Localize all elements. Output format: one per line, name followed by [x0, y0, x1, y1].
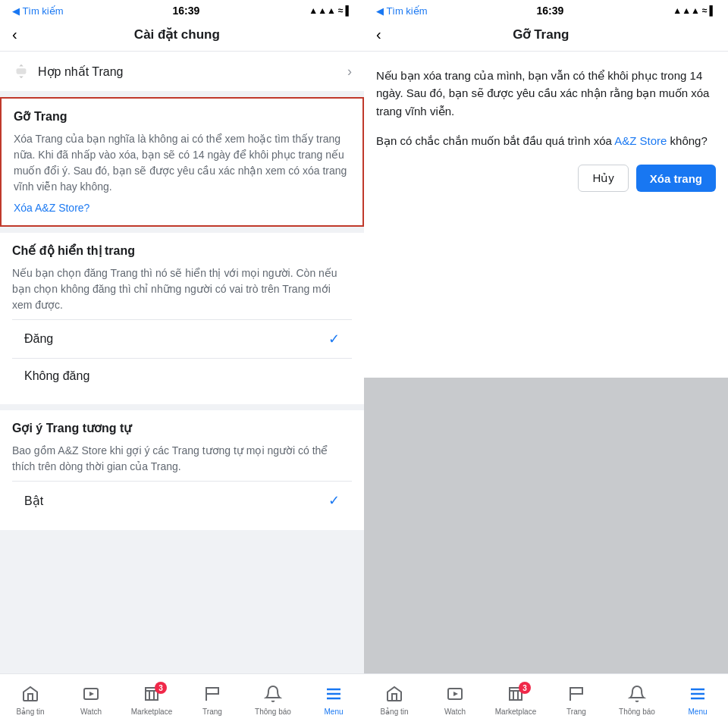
- nav-bar-left: ‹ Cài đặt chung: [0, 20, 364, 52]
- dialog-text2-suffix: không?: [667, 134, 707, 147]
- tab-thong-bao-label-left: Thông báo: [255, 708, 291, 716]
- tab-menu-right[interactable]: Menu: [667, 685, 728, 716]
- tab-bang-tin-label-left: Bảng tin: [16, 708, 44, 716]
- tab-watch-label-left: Watch: [80, 708, 102, 716]
- gray-placeholder: [364, 378, 728, 673]
- cancel-button[interactable]: Hủy: [578, 165, 628, 192]
- option-dang-label: Đăng: [24, 332, 53, 346]
- dialog-text2: Bạn có chắc chắn muốn bắt đầu quá trình …: [376, 132, 716, 149]
- checkmark-icon: ✓: [328, 331, 340, 347]
- tab-trang-label-left: Trang: [202, 708, 222, 716]
- display-mode-description: Nếu bạn chọn đăng Trang thì nó sẽ hiển t…: [12, 265, 352, 313]
- suggest-description: Bao gồm A&Z Store khi gợi ý các Trang tư…: [12, 443, 352, 475]
- tab-marketplace-label-left: Marketplace: [131, 708, 172, 716]
- menu-icon-left: [325, 685, 343, 706]
- bell-icon-left: [264, 685, 282, 706]
- status-back-left[interactable]: ◀ Tìm kiếm: [12, 5, 64, 17]
- dialog-text2-link[interactable]: A&Z Store: [614, 134, 667, 147]
- tab-watch-left[interactable]: Watch: [61, 685, 121, 716]
- tab-thong-bao-right[interactable]: Thông báo: [607, 685, 667, 716]
- suggest-section: Gợi ý Trang tương tự Bao gồm A&Z Store k…: [0, 410, 364, 530]
- back-button-right[interactable]: ‹: [376, 26, 381, 43]
- go-trang-link[interactable]: Xóa A&Z Store?: [14, 202, 89, 214]
- page-title-right: Gỡ Trang: [388, 27, 695, 42]
- left-screen: ◀ Tìm kiếm 16:39 ▲▲▲ ≈ ▌ ‹ Cài đặt chung: [0, 0, 364, 728]
- tab-trang-label-right: Trang: [566, 708, 586, 716]
- merge-icon: [12, 62, 30, 80]
- tab-menu-left[interactable]: Menu: [303, 685, 364, 716]
- suggest-title: Gợi ý Trang tương tự: [12, 421, 352, 435]
- svg-marker-8: [453, 692, 458, 696]
- tab-marketplace-right[interactable]: 3 Marketplace: [485, 685, 546, 716]
- option-bat-label: Bật: [24, 494, 43, 508]
- back-button-left[interactable]: ‹: [12, 26, 17, 43]
- dialog-text1: Nếu bạn xóa trang của mình, bạn vẫn có t…: [376, 67, 716, 120]
- tab-thong-bao-left[interactable]: Thông báo: [243, 685, 303, 716]
- watch-icon-left: [82, 685, 100, 706]
- tab-thong-bao-label-right: Thông báo: [619, 708, 655, 716]
- status-bar-left: ◀ Tìm kiếm 16:39 ▲▲▲ ≈ ▌: [0, 0, 364, 20]
- option-khong-dang[interactable]: Không đăng: [12, 358, 352, 394]
- signal-icon: ▲▲▲: [309, 5, 336, 16]
- go-trang-section: Gỡ Trang Xóa Trang của bạn nghĩa là khôn…: [0, 97, 364, 227]
- merge-trang-row[interactable]: Hợp nhất Trang ›: [0, 52, 364, 91]
- tab-bang-tin-left[interactable]: Bảng tin: [0, 685, 61, 716]
- wifi-icon-right: ≈: [702, 5, 708, 16]
- signal-icon-right: ▲▲▲: [673, 5, 700, 16]
- tab-watch-label-right: Watch: [444, 708, 466, 716]
- delete-button[interactable]: Xóa trang: [636, 165, 716, 192]
- option-khong-dang-label: Không đăng: [24, 369, 89, 383]
- option-dang[interactable]: Đăng ✓: [12, 319, 352, 358]
- dialog-text2-prefix: Bạn có chắc chắn muốn bắt đầu quá trình …: [376, 134, 614, 147]
- flag-icon-right: [567, 685, 585, 706]
- checkmark-bat-icon: ✓: [328, 492, 340, 509]
- tab-bar-right: Bảng tin Watch: [364, 673, 728, 728]
- marketplace-badge-left: 3: [155, 682, 167, 694]
- svg-marker-2: [89, 692, 94, 696]
- svg-rect-0: [17, 68, 27, 74]
- watch-icon-right: [446, 685, 464, 706]
- dialog-content: Nếu bạn xóa trang của mình, bạn vẫn có t…: [364, 52, 728, 378]
- tab-menu-label-right: Menu: [688, 708, 707, 716]
- bell-icon-right: [628, 685, 646, 706]
- home-icon-left: [21, 685, 39, 706]
- menu-icon-right: [689, 685, 707, 706]
- battery-icon-right: ▌: [709, 5, 716, 16]
- display-mode-title: Chế độ hiển thị trang: [12, 243, 352, 258]
- option-bat[interactable]: Bật ✓: [12, 481, 352, 519]
- wifi-icon: ≈: [338, 5, 344, 16]
- battery-icon: ▌: [345, 5, 352, 16]
- status-icons-left: ▲▲▲ ≈ ▌: [309, 5, 352, 16]
- content-left: Hợp nhất Trang › Gỡ Trang Xóa Trang của …: [0, 52, 364, 673]
- display-mode-section: Chế độ hiển thị trang Nếu bạn chọn đăng …: [0, 233, 364, 404]
- page-title-left: Cài đặt chung: [24, 27, 331, 42]
- tab-bang-tin-label-right: Bảng tin: [380, 708, 408, 716]
- status-time-right: 16:39: [537, 5, 564, 17]
- home-icon-right: [385, 685, 403, 706]
- right-screen: ◀ Tìm kiếm 16:39 ▲▲▲ ≈ ▌ ‹ Gỡ Trang Nếu …: [364, 0, 728, 728]
- status-back-right[interactable]: ◀ Tìm kiếm: [376, 5, 428, 17]
- tab-trang-right[interactable]: Trang: [546, 685, 607, 716]
- nav-bar-right: ‹ Gỡ Trang: [364, 20, 728, 52]
- tab-marketplace-left[interactable]: 3 Marketplace: [121, 685, 182, 716]
- status-icons-right: ▲▲▲ ≈ ▌: [673, 5, 716, 16]
- chevron-right-icon: ›: [347, 64, 352, 80]
- tab-marketplace-label-right: Marketplace: [495, 708, 536, 716]
- status-time-left: 16:39: [173, 5, 200, 17]
- dialog-buttons: Hủy Xóa trang: [376, 165, 716, 192]
- go-trang-description: Xóa Trang của bạn nghĩa là không ai có t…: [14, 131, 350, 195]
- marketplace-badge-right: 3: [519, 682, 531, 694]
- flag-icon-left: [203, 685, 221, 706]
- status-bar-right: ◀ Tìm kiếm 16:39 ▲▲▲ ≈ ▌: [364, 0, 728, 20]
- merge-label: Hợp nhất Trang: [38, 64, 124, 79]
- tab-bar-left: Bảng tin Watch: [0, 673, 364, 728]
- tab-menu-label-left: Menu: [324, 708, 343, 716]
- go-trang-title: Gỡ Trang: [14, 109, 350, 124]
- tab-bang-tin-right[interactable]: Bảng tin: [364, 685, 425, 716]
- tab-watch-right[interactable]: Watch: [425, 685, 485, 716]
- tab-trang-left[interactable]: Trang: [182, 685, 243, 716]
